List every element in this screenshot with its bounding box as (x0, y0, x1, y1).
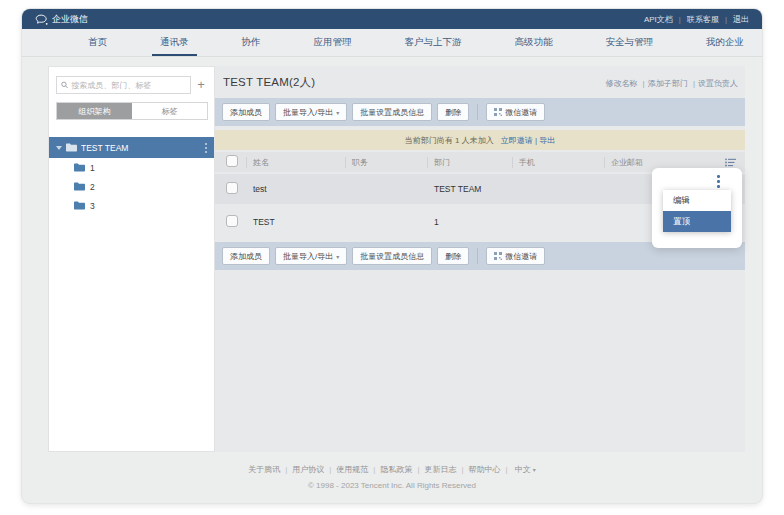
nav-tab-advanced-features[interactable]: 高级功能 (515, 29, 553, 56)
caret-down-icon[interactable] (56, 146, 62, 150)
row-checkbox[interactable] (226, 182, 238, 194)
batch-import-export-button[interactable]: 批量导入/导出 ▾ (275, 103, 347, 121)
tree-item-3[interactable]: 3 (49, 196, 214, 215)
wechat-invite-label: 微信邀请 (505, 251, 537, 262)
searchbox[interactable] (56, 76, 191, 94)
batch-set-info-button[interactable]: 批量设置成员信息 (352, 103, 432, 121)
nav-tab-collaboration[interactable]: 协作 (242, 29, 261, 56)
col-email[interactable]: 企业邮箱 (604, 157, 719, 168)
select-all-checkbox[interactable] (226, 155, 238, 167)
notice-text: 当前部门尚有 1 人未加入 (405, 135, 494, 146)
wechat-invite-button[interactable]: 微信邀请 (486, 103, 545, 121)
notice-separator: | (535, 136, 537, 145)
qr-code-icon (494, 108, 502, 116)
topbar-links: API文档 联系客服 退出 (644, 14, 749, 25)
footer-link-user-agreement[interactable]: 用户协议 (280, 464, 324, 475)
topbar-link-logout[interactable]: 退出 (719, 14, 749, 25)
nav-tab-app-management[interactable]: 应用管理 (314, 29, 352, 56)
batch-set-info-button[interactable]: 批量设置成员信息 (352, 247, 432, 265)
caret-down-icon: ▾ (336, 109, 339, 116)
row-context-menu: 编辑 置顶 (663, 190, 731, 232)
add-member-button[interactable]: 添加成员 (222, 247, 270, 265)
batch-import-export-label: 批量导入/导出 (283, 107, 333, 118)
col-name[interactable]: 姓名 (246, 157, 345, 168)
logo[interactable]: 企业微信 (35, 13, 88, 26)
row-checkbox[interactable] (226, 215, 238, 227)
tab-org-structure[interactable]: 组织架构 (57, 103, 132, 119)
folder-icon (74, 163, 85, 172)
sidebar-tabs: 组织架构 标签 (56, 102, 208, 120)
nav-tab-my-enterprise[interactable]: 我的企业 (706, 29, 744, 56)
set-leader-link[interactable]: 设置负责人 (690, 79, 738, 88)
column-settings-icon[interactable] (719, 158, 745, 167)
notice-bar: 当前部门尚有 1 人未加入 立即邀请 | 导出 (215, 130, 745, 150)
footer-language-label: 中文 (515, 465, 531, 474)
qr-code-icon (494, 252, 502, 260)
delete-button[interactable]: 删除 (437, 103, 469, 121)
copyright: © 1998 - 2023 Tencent Inc. All Rights Re… (22, 481, 762, 490)
tree-item-label: 3 (90, 201, 95, 211)
col-department[interactable]: 部门 (427, 157, 512, 168)
export-link[interactable]: 导出 (539, 136, 555, 145)
tab-labels[interactable]: 标签 (132, 103, 207, 119)
cell-department: 1 (427, 217, 512, 227)
topbar-link-contact-support[interactable]: 联系客服 (673, 14, 719, 25)
wechat-invite-button[interactable]: 微信邀请 (486, 247, 545, 265)
caret-down-icon: ▾ (533, 467, 536, 473)
footer-link-help-center[interactable]: 帮助中心 (456, 464, 500, 475)
folder-icon (74, 201, 85, 210)
tree-item-1[interactable]: 1 (49, 158, 214, 177)
footer-link-about-tencent[interactable]: 关于腾讯 (248, 464, 280, 475)
toolbar-divider (477, 248, 478, 264)
footer-link-usage-rules[interactable]: 使用规范 (324, 464, 368, 475)
search-icon (61, 81, 68, 89)
menu-item-edit[interactable]: 编辑 (663, 190, 731, 211)
delete-button[interactable]: 删除 (437, 247, 469, 265)
add-department-button[interactable]: + (194, 76, 208, 94)
folder-icon (74, 182, 85, 191)
tree-root-test-team[interactable]: TEST TEAM (49, 137, 214, 158)
add-sub-department-link[interactable]: 添加子部门 (640, 79, 688, 88)
folder-icon (66, 143, 77, 152)
tree-root-more-icon[interactable] (205, 143, 207, 153)
footer-link-privacy-policy[interactable]: 隐私政策 (368, 464, 412, 475)
footer: 关于腾讯 用户协议 使用规范 隐私政策 更新日志 帮助中心 中文▾ © 1998… (22, 458, 762, 490)
department-actions: 修改名称 添加子部门 设置负责人 (605, 78, 738, 89)
col-title[interactable]: 职务 (345, 157, 427, 168)
tree-root-label: TEST TEAM (81, 143, 128, 153)
footer-links: 关于腾讯 用户协议 使用规范 隐私政策 更新日志 帮助中心 中文▾ (248, 464, 536, 475)
nav-tab-customers[interactable]: 客户与上下游 (405, 29, 462, 56)
tree-item-label: 1 (90, 163, 95, 173)
footer-link-changelog[interactable]: 更新日志 (412, 464, 456, 475)
main-panel: TEST TEAM(2人) 修改名称 添加子部门 设置负责人 添加成员 批量导入… (215, 66, 745, 452)
topbar: 企业微信 API文档 联系客服 退出 (22, 9, 762, 29)
nav-tab-home[interactable]: 首页 (88, 29, 107, 56)
cell-name: test (246, 184, 345, 194)
toolbar-top: 添加成员 批量导入/导出 ▾ 批量设置成员信息 删除 微信邀请 (215, 98, 745, 126)
search-input[interactable] (71, 81, 186, 90)
cell-department: TEST TEAM (427, 184, 512, 194)
logo-text: 企业微信 (52, 13, 88, 26)
col-phone[interactable]: 手机 (512, 157, 604, 168)
footer-language-select[interactable]: 中文▾ (501, 464, 536, 475)
cell-name: TEST (246, 217, 345, 227)
add-member-button[interactable]: 添加成员 (222, 103, 270, 121)
rename-link[interactable]: 修改名称 (605, 79, 637, 88)
org-tree: TEST TEAM 1 2 3 (49, 137, 214, 215)
page-title: TEST TEAM(2人) (223, 75, 315, 90)
batch-import-export-button[interactable]: 批量导入/导出 ▾ (275, 247, 347, 265)
menu-item-pin-top[interactable]: 置顶 (663, 211, 731, 232)
nav-tab-security-management[interactable]: 安全与管理 (606, 29, 654, 56)
invite-now-link[interactable]: 立即邀请 (501, 136, 533, 145)
topbar-link-api-docs[interactable]: API文档 (644, 14, 673, 25)
chat-bubble-icon (35, 14, 48, 25)
wechat-invite-label: 微信邀请 (505, 107, 537, 118)
tree-item-2[interactable]: 2 (49, 177, 214, 196)
row-more-icon[interactable] (717, 175, 720, 188)
main-nav: 首页 通讯录 协作 应用管理 客户与上下游 高级功能 安全与管理 我的企业 (22, 29, 762, 57)
main-header: TEST TEAM(2人) 修改名称 添加子部门 设置负责人 (215, 66, 745, 90)
batch-import-export-label: 批量导入/导出 (283, 251, 333, 262)
tree-item-label: 2 (90, 182, 95, 192)
nav-tab-contacts[interactable]: 通讯录 (160, 29, 189, 56)
app-window: 企业微信 API文档 联系客服 退出 首页 通讯录 协作 应用管理 客户与上下游… (22, 9, 762, 503)
